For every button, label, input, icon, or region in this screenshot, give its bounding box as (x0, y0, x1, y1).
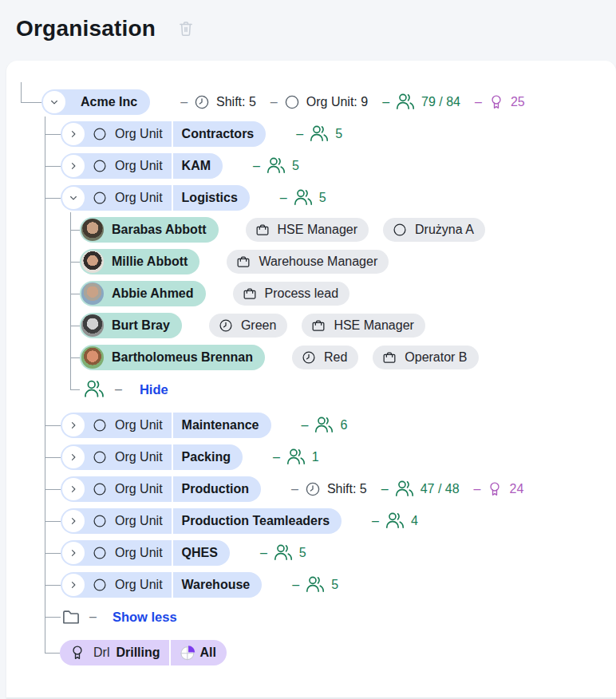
briefcase-icon (255, 222, 270, 238)
tree-row-org-unit: Org Unit Contractors –5 (6, 118, 616, 150)
member-pill[interactable]: Millie Abbott (80, 249, 199, 274)
chevron-right-icon[interactable] (62, 510, 85, 532)
circle-icon (92, 481, 108, 497)
member-pill[interactable]: Barabas Abbott (80, 217, 219, 243)
pill-divider (172, 413, 173, 438)
org-unit-pill[interactable]: Org Unit Logistics (61, 185, 250, 211)
stat-members: –1 (273, 447, 319, 468)
role-chip[interactable]: Process lead (233, 282, 350, 306)
member-chips: HSE Manager Drużyna A (246, 218, 485, 242)
pill-divider (172, 444, 173, 470)
tree-row-member: Barabas Abbott HSE Manager Drużyna A (6, 214, 616, 246)
show-less-link[interactable]: Show less (113, 610, 177, 625)
pill-divider (172, 540, 173, 566)
root-org-pill[interactable]: Acme Inc (41, 89, 150, 115)
tree-row-member: Abbie Ahmed Process lead (6, 278, 616, 310)
member-chips: Process lead (233, 282, 350, 306)
dash: – (115, 382, 122, 397)
pill-divider (172, 572, 173, 598)
page-header: Organisation (0, 0, 616, 45)
member-name: Millie Abbott (112, 255, 199, 269)
people-icon (266, 156, 286, 176)
role-chip[interactable]: HSE Manager (302, 314, 425, 338)
chevron-right-icon[interactable] (62, 478, 85, 500)
trash-icon[interactable] (176, 19, 195, 38)
chevron-right-icon[interactable] (62, 414, 85, 436)
tree-row-org-unit: Org Unit Packing –1 (6, 441, 616, 473)
circle-icon (92, 158, 108, 174)
circle-icon (92, 449, 108, 465)
org-unit-type-label: Org Unit (115, 191, 163, 205)
chevron-right-icon[interactable] (62, 446, 85, 468)
page-title: Organisation (16, 16, 156, 41)
clock-icon (193, 93, 211, 111)
shift-chip[interactable]: Red (292, 346, 358, 369)
member-name: Bartholomeus Brennan (112, 350, 265, 365)
briefcase-icon (310, 318, 326, 334)
skill-scope: All (200, 646, 227, 660)
shift-chip[interactable]: Green (209, 314, 287, 338)
org-unit-pill[interactable]: Org Unit Production Teamleaders (61, 508, 342, 534)
pill-divider (169, 640, 171, 665)
stat-members: –4 (372, 511, 418, 531)
member-chips: Red Operator B (292, 346, 479, 369)
circle-icon (92, 513, 108, 529)
circle-icon (392, 222, 408, 238)
org-unit-pill[interactable]: Org Unit Packing (61, 444, 243, 470)
role-chip[interactable]: Warehouse Manager (227, 250, 389, 274)
org-unit-pill[interactable]: Org Unit Contractors (61, 121, 266, 147)
org-unit-pill[interactable]: Org Unit QHES (61, 540, 230, 566)
avatar (81, 314, 104, 337)
hide-link[interactable]: Hide (140, 382, 168, 397)
org-tree: Acme Inc –Shift: 5 –Org Unit: 9 –79 / 84… (6, 61, 616, 699)
tree-row-member: Bartholomeus Brennan Red Operator B (6, 342, 616, 373)
org-tree-card: Acme Inc –Shift: 5 –Org Unit: 9 –79 / 84… (6, 61, 616, 699)
org-unit-pill[interactable]: Org Unit Production (61, 476, 261, 502)
chevron-down-icon[interactable] (62, 187, 85, 209)
org-unit-name: KAM (182, 159, 223, 173)
org-unit-pill[interactable]: Org Unit KAM (61, 153, 223, 179)
skill-pill[interactable]: Drl Drilling All (60, 640, 227, 665)
org-unit-type-label: Org Unit (115, 450, 163, 464)
member-pill[interactable]: Burt Bray (80, 313, 182, 338)
chevron-right-icon[interactable] (62, 123, 85, 145)
org-unit-pill[interactable]: Org Unit Warehouse (61, 572, 262, 598)
avatar (81, 282, 104, 305)
people-icon (394, 479, 415, 500)
people-icon (305, 575, 326, 595)
people-icon (309, 124, 330, 144)
tree-row-member: Burt Bray Green HSE Manager (6, 310, 616, 342)
stat-shift: –Shift: 5 (291, 480, 367, 498)
org-unit-pill[interactable]: Org Unit Maintenance (61, 413, 271, 438)
people-icon (293, 188, 314, 208)
org-unit-name: Maintenance (182, 418, 271, 432)
org-unit-name: Packing (182, 450, 243, 464)
people-icon (385, 511, 405, 531)
circle-icon (92, 417, 108, 433)
chevron-right-icon[interactable] (62, 542, 85, 564)
stat-members: –5 (280, 188, 326, 208)
org-unit-name: Contractors (182, 127, 267, 141)
pie-chart-icon (180, 645, 196, 661)
tree-row-org-unit: Org Unit Production –Shift: 5 –47 / 48 –… (6, 473, 616, 505)
member-pill[interactable]: Abbie Ahmed (80, 281, 206, 306)
chevron-down-icon[interactable] (43, 91, 65, 113)
chevron-right-icon[interactable] (62, 155, 85, 177)
skill-name: Drilling (116, 646, 160, 660)
avatar (81, 251, 104, 273)
root-org-name: Acme Inc (81, 95, 150, 109)
briefcase-icon (242, 286, 258, 302)
member-name: Barabas Abbott (112, 223, 219, 237)
team-chip[interactable]: Drużyna A (383, 218, 485, 242)
stat-awards: –24 (474, 480, 524, 498)
org-unit-name: Production Teamleaders (182, 514, 342, 528)
stat-members: –79 / 84 (382, 92, 460, 113)
org-unit-type-label: Org Unit (115, 578, 163, 592)
tree-row-hide: – Hide (6, 373, 616, 405)
role-chip[interactable]: HSE Manager (246, 218, 369, 242)
chevron-right-icon[interactable] (62, 574, 85, 596)
member-pill[interactable]: Bartholomeus Brennan (80, 345, 265, 370)
clock-icon (304, 480, 322, 498)
tree-row-root: Acme Inc –Shift: 5 –Org Unit: 9 –79 / 84… (6, 86, 616, 118)
role-chip[interactable]: Operator B (373, 346, 478, 369)
